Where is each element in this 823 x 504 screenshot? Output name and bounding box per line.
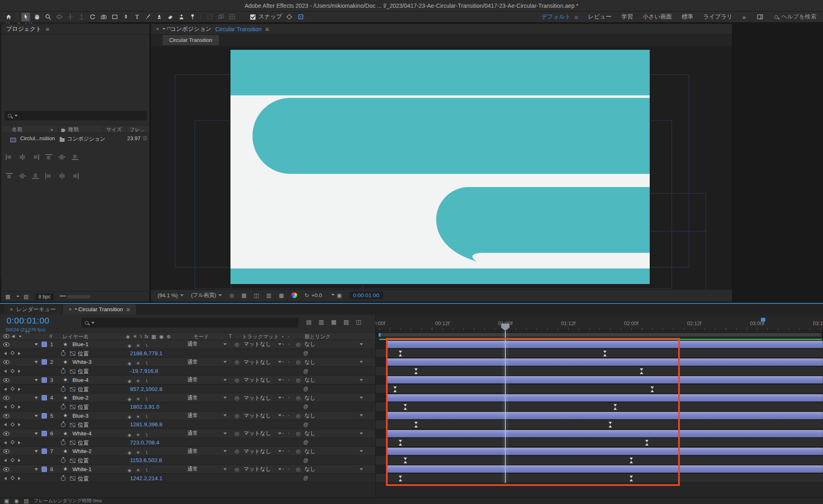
- layer-name[interactable]: White-2: [72, 448, 92, 454]
- track-matte-dropdown[interactable]: マットなし: [244, 393, 281, 402]
- toggle-switches-icon[interactable]: ▪: [282, 335, 283, 339]
- layer-name[interactable]: White-3: [72, 359, 92, 365]
- layer-row[interactable]: 5 ★ Blue-3 ◈☀\ 通常 ◎ マットなし ▪ ▫ ◎ なし: [0, 412, 375, 421]
- exposure-control[interactable]: ↻+0.0: [305, 292, 322, 298]
- layer-color-swatch[interactable]: [42, 413, 47, 418]
- position-value[interactable]: 857.2,1002.8: [130, 386, 163, 392]
- property-label[interactable]: 位置: [78, 421, 89, 429]
- mode-column-header[interactable]: モード: [193, 333, 209, 340]
- roto-brush-tool-icon[interactable]: [177, 13, 186, 21]
- property-pickwhip-icon[interactable]: @: [303, 439, 308, 445]
- column-size[interactable]: サイズ: [106, 126, 122, 133]
- previous-keyframe-icon[interactable]: [4, 423, 7, 426]
- pen-tool-icon[interactable]: [121, 13, 130, 21]
- distribute-right-icon[interactable]: [72, 173, 79, 179]
- project-item-name[interactable]: Circlul...nsition: [20, 135, 55, 141]
- project-item-row[interactable]: Circlul...nsition コンポジション 23.97 ◫: [1, 134, 149, 143]
- tab-render-queue[interactable]: × レンダーキュー: [4, 304, 62, 314]
- layer-color-swatch[interactable]: [42, 342, 47, 347]
- project-panel-tab[interactable]: プロジェクト: [6, 25, 42, 33]
- toggle-switches-icon[interactable]: ▪: [282, 414, 284, 418]
- layer-row[interactable]: 7 ★ White-2 ◈☀\ 通常 ◎ マットなし ▪ ▫ ◎ なし: [0, 447, 375, 456]
- transparency-grid-icon[interactable]: ▦: [242, 292, 246, 298]
- toggle-switches-icon[interactable]: ▪: [282, 360, 284, 364]
- current-timecode[interactable]: 0:00:01:00: [7, 316, 49, 326]
- twirl-down-icon[interactable]: [35, 450, 38, 453]
- toggle-switches-icon[interactable]: ▪: [282, 342, 284, 346]
- parent-pickwhip-icon[interactable]: ◎: [296, 359, 300, 365]
- roi-icon[interactable]: ◎: [229, 292, 234, 298]
- clone-stamp-tool-icon[interactable]: [155, 13, 163, 21]
- stopwatch-icon[interactable]: [61, 369, 65, 374]
- property-pickwhip-icon[interactable]: @: [303, 386, 308, 392]
- property-label[interactable]: 位置: [78, 350, 89, 358]
- mode-dropdown[interactable]: 通常: [187, 358, 227, 366]
- comp-timecode[interactable]: 0:00:01:00: [349, 291, 383, 299]
- position-property-row[interactable]: 位置 1153.6,502.8 @: [0, 456, 375, 465]
- twirl-down-icon[interactable]: [35, 468, 38, 471]
- eye-icon[interactable]: [3, 414, 9, 418]
- property-label[interactable]: 位置: [78, 457, 89, 465]
- project-search-input[interactable]: [5, 111, 147, 120]
- rotation-tool-icon[interactable]: [88, 13, 97, 21]
- mode-dropdown[interactable]: 通常: [187, 465, 227, 474]
- property-label[interactable]: 位置: [78, 475, 89, 483]
- layer-color-swatch[interactable]: [42, 449, 47, 454]
- project-bit-depth[interactable]: 8 bpc: [35, 294, 54, 300]
- stopwatch-icon[interactable]: [61, 351, 65, 356]
- matte-toggle-icon[interactable]: ◎: [235, 377, 239, 383]
- parent-link-dropdown[interactable]: なし: [305, 358, 363, 366]
- motion-blur-icon[interactable]: ◫: [356, 319, 361, 325]
- snap-checkbox[interactable]: [250, 14, 256, 20]
- distribute-center-horizontal-icon[interactable]: [58, 173, 65, 179]
- previous-keyframe-icon[interactable]: [4, 370, 7, 373]
- next-keyframe-icon[interactable]: [18, 459, 21, 462]
- stopwatch-icon[interactable]: [61, 387, 65, 392]
- twirl-down-icon[interactable]: [35, 415, 38, 417]
- toggle-switches-icon[interactable]: ▪: [282, 378, 284, 382]
- work-area-bar[interactable]: [376, 332, 823, 338]
- snap-scope-icon[interactable]: [296, 13, 305, 21]
- workspace-menu-icon[interactable]: ≡: [574, 14, 578, 21]
- layer-switches[interactable]: ◈☀\: [125, 342, 151, 349]
- twirl-down-icon[interactable]: [35, 361, 38, 363]
- work-area-start-handle[interactable]: [379, 333, 381, 337]
- toggle-modes-icon[interactable]: ▫: [288, 467, 289, 471]
- layer-row[interactable]: 8 ★ White-1 ◈☀\ 通常 ◎ マットなし ▪ ▫ ◎ なし: [0, 465, 375, 474]
- distribute-left-icon[interactable]: [45, 173, 52, 179]
- matte-toggle-icon[interactable]: ◎: [235, 448, 239, 454]
- audio-column-icon[interactable]: ◀: [12, 334, 15, 338]
- shape-tool-icon[interactable]: [110, 13, 119, 21]
- graph-editor-icon[interactable]: [70, 441, 75, 445]
- workspace-overflow-button[interactable]: »: [742, 14, 746, 21]
- time-ruler[interactable]: 0:00f00:12f01:00f01:12f02:00f02:12f03:00…: [376, 317, 823, 331]
- position-property-row[interactable]: 位置 723.0,708.4 @: [0, 438, 375, 447]
- previous-keyframe-icon[interactable]: [4, 388, 7, 391]
- layer-color-swatch[interactable]: [42, 467, 47, 472]
- toggle-switches-icon[interactable]: ▪: [282, 395, 284, 400]
- align-bottom-icon[interactable]: [72, 154, 79, 160]
- align-right-icon[interactable]: [32, 154, 39, 160]
- comp-panel-label[interactable]: コンポジション: [170, 25, 212, 33]
- rulers-icon[interactable]: ▩: [279, 292, 284, 298]
- toggle-modes-icon[interactable]: ▫: [288, 395, 289, 400]
- footer-scrollbar[interactable]: [67, 295, 90, 298]
- stopwatch-icon[interactable]: [61, 441, 65, 445]
- workspace-tab[interactable]: 標準: [682, 13, 693, 21]
- position-value[interactable]: 2188.6,778.1: [130, 350, 163, 356]
- composition-mini-flowchart-icon[interactable]: ▤: [306, 319, 312, 325]
- magnification-dropdown[interactable]: (94.1 %): [158, 292, 184, 298]
- index-column-header[interactable]: #: [49, 333, 52, 339]
- close-icon[interactable]: ×: [10, 306, 13, 312]
- layer-color-swatch[interactable]: [42, 431, 47, 436]
- position-value[interactable]: -19.7,916.8: [130, 368, 158, 374]
- help-search[interactable]: ヘルプを検索: [774, 13, 816, 21]
- eye-icon[interactable]: [3, 342, 9, 347]
- search-options-caret-icon[interactable]: [14, 115, 18, 117]
- align-top-icon[interactable]: [45, 154, 52, 160]
- graph-editor-icon[interactable]: [70, 370, 75, 374]
- graph-editor-icon[interactable]: [70, 351, 75, 356]
- matte-toggle-icon[interactable]: ◎: [235, 341, 239, 347]
- position-property-row[interactable]: 位置 2188.6,778.1 @: [0, 349, 375, 358]
- workspace-tab[interactable]: デフォルト: [542, 13, 571, 21]
